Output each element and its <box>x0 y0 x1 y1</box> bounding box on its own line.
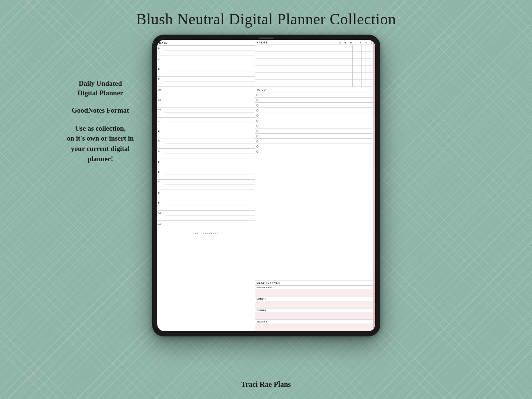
time-slot-10: 10 <box>157 87 255 97</box>
time-label-6pm: 6 <box>157 169 165 179</box>
time-slot-9: 9 <box>157 77 255 87</box>
page-title: Blush Neutral Digital Planner Collection <box>136 10 396 28</box>
time-slot-10pm: 10 <box>157 211 255 221</box>
time-column: DATE: 6 7 <box>157 40 255 331</box>
time-slot-12: 12 <box>157 107 255 118</box>
bottom-brand: Traci Rae Plans <box>0 380 532 389</box>
time-slot-1: 1 <box>157 118 255 128</box>
meal-lunch-label: LUNCH <box>255 297 375 301</box>
time-label-4: 4 <box>157 149 165 159</box>
time-label-9: 9 <box>157 77 165 86</box>
todo-item-6 <box>255 118 375 123</box>
main-content: Daily UndatedDigital Planner GoodNotes F… <box>0 35 532 336</box>
habit-day-s1: S <box>364 42 368 44</box>
meal-breakfast-content <box>255 289 375 297</box>
time-slot-11: 11 <box>157 97 255 107</box>
todo-item-9 <box>255 134 375 139</box>
habit-day-f: F <box>359 42 363 44</box>
time-label-6: 6 <box>157 46 165 56</box>
time-label-2: 2 <box>157 128 165 138</box>
tablet-device: DATE: 6 7 <box>152 35 380 336</box>
todo-item-8 <box>255 128 375 134</box>
habits-section: HABITS M T W T F S S <box>255 40 375 87</box>
todo-item-2 <box>255 98 375 103</box>
meal-breakfast-label: BREAKFAST <box>255 286 375 289</box>
time-label-5: 5 <box>157 159 165 169</box>
time-slot-8pm: 8 <box>157 190 255 200</box>
time-label-8pm: 8 <box>157 190 165 200</box>
habit-day-t1: T <box>343 42 348 44</box>
todo-item-12 <box>255 149 375 154</box>
time-label-9pm: 9 <box>157 200 165 210</box>
time-label-10: 10 <box>157 87 165 97</box>
habits-header: HABITS M T W T F S S <box>255 40 375 45</box>
habits-days: M T W T F S S <box>338 42 373 44</box>
time-slot-6: 6 <box>157 46 255 56</box>
todo-item-7 <box>255 123 375 128</box>
footer-brand: TRACI RAE PLANS <box>157 231 255 236</box>
todo-section: TO DO <box>255 87 375 280</box>
time-label-7pm: 7 <box>157 180 165 190</box>
habit-row-6 <box>255 80 375 87</box>
feature-1: Daily UndatedDigital Planner <box>77 79 123 98</box>
time-label-3: 3 <box>157 138 165 148</box>
habit-row-4 <box>255 66 375 73</box>
todo-item-5 <box>255 113 375 118</box>
time-slot-4: 4 <box>157 149 255 159</box>
meal-planner-header: MEAL PLANNER <box>255 280 375 286</box>
todo-item-11 <box>255 144 375 149</box>
time-slot-3: 3 <box>157 138 255 149</box>
time-slot-8: 8 <box>157 66 255 77</box>
meal-dinner-content <box>255 312 375 319</box>
time-label-10pm: 10 <box>157 211 165 220</box>
time-label-8: 8 <box>157 66 165 76</box>
time-slot-11pm: 11 <box>157 221 255 231</box>
habit-row-3 <box>255 59 375 66</box>
meal-breakfast: BREAKFAST <box>255 286 375 297</box>
todo-item-1 <box>255 92 375 98</box>
todo-item-3 <box>255 103 375 108</box>
todo-item-10 <box>255 139 375 144</box>
tablet-screen: DATE: 6 7 <box>157 40 375 331</box>
meal-snacks: SNACKS <box>255 320 375 331</box>
todo-item-4 <box>255 108 375 113</box>
meal-dinner: DINNER <box>255 308 375 320</box>
todo-header: TO DO <box>255 87 375 92</box>
time-label-11pm: 11 <box>157 221 165 231</box>
time-label-7: 7 <box>157 56 165 66</box>
habit-row-2 <box>255 52 375 59</box>
time-label-1: 1 <box>157 118 165 128</box>
left-sidebar: Daily UndatedDigital Planner GoodNotes F… <box>56 35 152 172</box>
habit-row-5 <box>255 73 375 80</box>
habit-day-m: M <box>338 42 342 44</box>
meal-dinner-label: DINNER <box>255 308 375 312</box>
time-slot-9pm: 9 <box>157 200 255 211</box>
meal-lunch-content <box>255 301 375 308</box>
time-slot-7: 7 <box>157 56 255 66</box>
time-slot-5: 5 <box>157 159 255 169</box>
feature-3: Use as collection,on it's own or insert … <box>67 123 134 164</box>
meal-snacks-content <box>255 324 375 331</box>
time-label-11: 11 <box>157 97 165 107</box>
habit-day-w: W <box>348 42 353 44</box>
meal-section: MEAL PLANNER BREAKFAST LUNCH DINNER <box>255 280 375 331</box>
pink-accent-strip <box>373 40 375 331</box>
meal-lunch: LUNCH <box>255 297 375 308</box>
habit-row-1 <box>255 45 375 52</box>
time-slot-7pm: 7 <box>157 180 255 190</box>
tablet-frame: DATE: 6 7 <box>152 35 380 336</box>
time-slot-2: 2 <box>157 128 255 138</box>
feature-2: GoodNotes Format <box>72 106 129 115</box>
date-header: DATE: <box>157 40 255 46</box>
time-label-12: 12 <box>157 107 165 117</box>
habits-title: HABITS <box>257 41 338 44</box>
planner-layout: DATE: 6 7 <box>157 40 375 331</box>
right-column: HABITS M T W T F S S <box>255 40 375 331</box>
habit-day-t2: T <box>353 42 358 44</box>
meal-snacks-label: SNACKS <box>255 320 375 324</box>
time-slot-6pm: 6 <box>157 169 255 180</box>
